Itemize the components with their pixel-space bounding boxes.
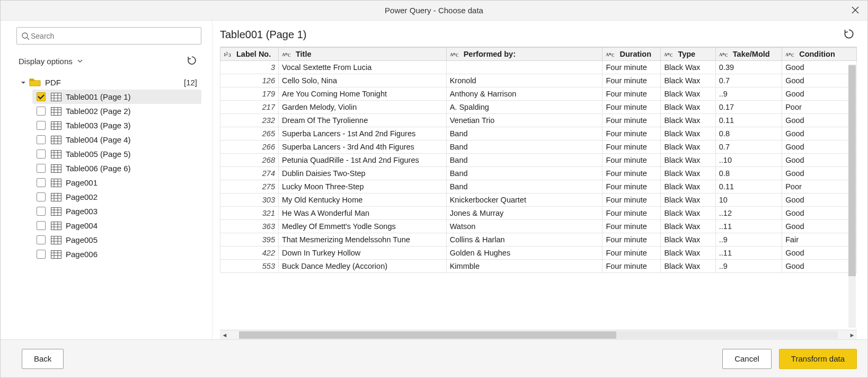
tree-checkbox[interactable]	[37, 221, 46, 230]
table-cell: Dream Of The Tyrolienne	[278, 114, 446, 127]
tree-item-7[interactable]: Page002	[32, 190, 201, 204]
hscroll-thumb[interactable]	[239, 331, 616, 339]
preview-refresh-button[interactable]	[841, 26, 857, 43]
table-cell: 0.8	[715, 167, 782, 180]
table-cell: Buck Dance Medley (Accorion)	[278, 260, 446, 273]
display-options-dropdown[interactable]: Display options	[19, 57, 83, 66]
vertical-scrollbar[interactable]	[848, 64, 856, 328]
vertical-scroll-thumb[interactable]	[848, 65, 856, 276]
horizontal-scrollbar[interactable]: ◄ ►	[220, 330, 857, 339]
table-cell: Medley Of Emmett's Yodle Songs	[278, 220, 446, 233]
number-type-icon: 123	[224, 51, 234, 58]
tree-item-11[interactable]: Page006	[32, 247, 201, 261]
table-icon	[51, 136, 61, 144]
table-cell: Good	[782, 127, 857, 140]
column-header[interactable]: ABCCondition	[782, 48, 857, 61]
tree-checkbox[interactable]	[37, 135, 46, 144]
tree-item-9[interactable]: Page004	[32, 218, 201, 233]
scroll-right-arrow[interactable]: ►	[847, 332, 857, 338]
column-header[interactable]: 123Label No.	[220, 48, 279, 61]
svg-rect-52	[51, 236, 61, 244]
tree-checkbox[interactable]	[37, 121, 46, 130]
table-cell: Black Wax	[661, 74, 715, 87]
table-row[interactable]: 268Petunia QuadRille - 1st And 2nd Figur…	[220, 154, 857, 167]
tree-checkbox[interactable]	[37, 235, 46, 244]
cancel-button[interactable]: Cancel	[722, 349, 772, 369]
folder-icon	[29, 77, 41, 87]
search-input[interactable]	[30, 31, 197, 41]
tree-checkbox[interactable]	[37, 164, 46, 173]
tree-item-8[interactable]: Page003	[32, 204, 201, 218]
refresh-icon	[187, 55, 197, 66]
scroll-left-arrow[interactable]: ◄	[220, 332, 229, 338]
svg-text:3: 3	[228, 52, 231, 58]
table-row[interactable]: 321He Was A Wonderful ManJones & MurrayF…	[220, 207, 857, 220]
table-row[interactable]: 232Dream Of The TyrolienneVenetian TrioF…	[220, 114, 857, 127]
data-grid-scroll[interactable]: 123Label No.ABCTitleABCPerformed by:ABCD…	[220, 47, 857, 330]
close-button[interactable]	[848, 4, 862, 16]
transform-data-button[interactable]: Transform data	[779, 349, 857, 369]
table-cell: 10	[715, 194, 782, 207]
svg-rect-27	[51, 164, 61, 172]
column-header[interactable]: ABCType	[661, 48, 715, 61]
column-header[interactable]: ABCTitle	[278, 48, 446, 61]
column-header[interactable]: ABCTake/Mold	[715, 48, 782, 61]
table-row[interactable]: 217Garden Melody, ViolinA. SpaldingFour …	[220, 101, 857, 114]
tree-checkbox[interactable]	[37, 250, 46, 259]
table-row[interactable]: 265Superba Lancers - 1st And 2nd Figures…	[220, 127, 857, 140]
nav-refresh-button[interactable]	[184, 53, 199, 69]
table-cell: Band	[446, 167, 603, 180]
table-row[interactable]: 275Lucky Moon Three-StepBandFour minuteB…	[220, 180, 857, 194]
table-cell: ..9	[715, 233, 782, 247]
table-row[interactable]: 266Superba Lancers - 3rd And 4th Figures…	[220, 140, 857, 154]
table-row[interactable]: 126Cello Solo, NinaKronoldFour minuteBla…	[220, 74, 857, 87]
table-row[interactable]: 553Buck Dance Medley (Accorion)KimmbleFo…	[220, 260, 857, 273]
table-cell: Band	[446, 180, 603, 194]
tree-checkbox[interactable]	[37, 178, 46, 187]
tree-checkbox[interactable]	[37, 150, 46, 159]
table-cell: A. Spalding	[446, 101, 603, 114]
tree-item-10[interactable]: Page005	[32, 233, 201, 247]
tree-item-6[interactable]: Page001	[32, 175, 201, 190]
table-cell: 0.17	[715, 101, 782, 114]
tree-item-2[interactable]: Table003 (Page 3)	[32, 118, 201, 133]
table-row[interactable]: 395That Mesmerizing Mendelssohn TuneColl…	[220, 233, 857, 247]
table-cell: 274	[220, 167, 279, 180]
table-cell: 303	[220, 194, 279, 207]
svg-rect-57	[51, 250, 61, 258]
table-row[interactable]: 422Down In Turkey HollowGolden & HughesF…	[220, 247, 857, 260]
tree-root-pdf[interactable]: PDF [12]	[16, 75, 201, 90]
svg-text:C: C	[288, 53, 291, 58]
tree-item-1[interactable]: Table002 (Page 2)	[32, 104, 201, 118]
table-cell: 422	[220, 247, 279, 260]
table-icon	[51, 164, 61, 173]
table-row[interactable]: 303My Old Kentucky HomeKnickerbocker Qua…	[220, 194, 857, 207]
tree-checkbox[interactable]	[37, 192, 46, 201]
tree-item-5[interactable]: Table006 (Page 6)	[32, 161, 201, 175]
column-header[interactable]: ABCPerformed by:	[446, 48, 603, 61]
back-button[interactable]: Back	[22, 349, 64, 369]
table-cell: 232	[220, 114, 279, 127]
table-cell: Dublin Daisies Two-Step	[278, 167, 446, 180]
table-cell: Black Wax	[661, 194, 715, 207]
table-row[interactable]: 3Vocal Sextette From LuciaFour minuteBla…	[220, 61, 857, 74]
table-row[interactable]: 274Dublin Daisies Two-StepBandFour minut…	[220, 167, 857, 180]
table-cell: Anthony & Harrison	[446, 87, 603, 101]
table-cell: Four minute	[603, 167, 661, 180]
table-row[interactable]: 363Medley Of Emmett's Yodle SongsWatsonF…	[220, 220, 857, 233]
tree-checkbox[interactable]	[37, 207, 46, 216]
search-input-wrap[interactable]	[16, 27, 201, 45]
caret-down-icon	[21, 78, 26, 87]
table-cell: Four minute	[603, 61, 661, 74]
dialog-footer: Back Cancel Transform data	[1, 339, 867, 377]
column-header[interactable]: ABCDuration	[603, 48, 661, 61]
tree-item-3[interactable]: Table004 (Page 4)	[32, 133, 201, 147]
column-header-label: Duration	[619, 50, 651, 58]
hscroll-track[interactable]	[239, 331, 838, 339]
tree-checkbox[interactable]	[37, 92, 46, 101]
table-cell: 553	[220, 260, 279, 273]
table-row[interactable]: 179Are You Coming Home TonightAnthony & …	[220, 87, 857, 101]
tree-item-0[interactable]: Table001 (Page 1)	[32, 90, 201, 104]
tree-item-4[interactable]: Table005 (Page 5)	[32, 147, 201, 161]
tree-checkbox[interactable]	[37, 107, 46, 116]
